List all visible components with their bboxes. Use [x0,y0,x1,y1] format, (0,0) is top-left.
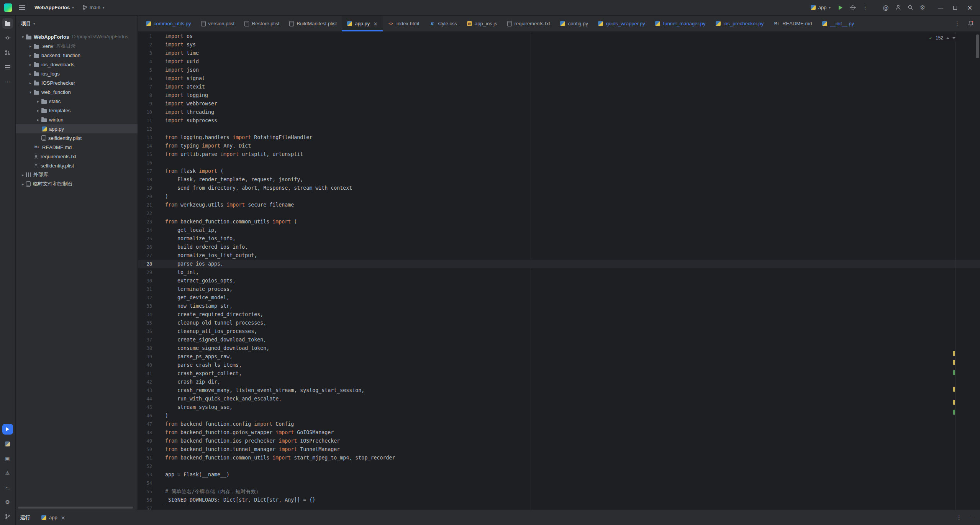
project-panel-hscrollbar[interactable] [18,507,133,509]
code-line-51[interactable]: 51from backend_function.common_utils imp… [138,454,980,462]
code-line-53[interactable]: 53app = Flask(__name__) [138,471,980,479]
code-line-30[interactable]: 30 extract_goios_opts, [138,277,980,285]
code-line-41[interactable]: 41 crash_export_collect, [138,369,980,378]
code-line-47[interactable]: 47from backend_function.config import Co… [138,420,980,428]
tree-item-IOSPrechecker[interactable]: ▸IOSPrechecker [16,78,138,87]
code-line-12[interactable]: 12 [138,125,980,133]
code-line-29[interactable]: 29 to_int, [138,268,980,277]
tool-python-packages-button[interactable]: ▣ [2,453,13,464]
code-line-3[interactable]: 3import time [138,49,980,57]
code-line-22[interactable]: 22 [138,209,980,218]
code-line-4[interactable]: 4import uuid [138,57,980,66]
settings-button[interactable]: ⚙ [917,2,928,13]
previous-problem-icon[interactable] [946,37,949,39]
tree-item-web_function[interactable]: ▾web_function [16,87,138,97]
code-line-17[interactable]: 17from flask import ( [138,167,980,176]
code-line-36[interactable]: 36 cleanup_all_ios_processes, [138,327,980,336]
code-with-me-button[interactable] [893,2,903,13]
code-line-32[interactable]: 32 get_device_model, [138,294,980,302]
code-line-8[interactable]: 8import logging [138,91,980,100]
code-line-25[interactable]: 25 normalize_ios_info, [138,235,980,243]
maximize-button[interactable] [949,2,962,13]
notifications-bell-icon[interactable] [968,20,974,27]
tree-item-requirements.txt[interactable]: requirements.txt [16,152,138,161]
code-line-50[interactable]: 50from backend_function.tunnel_manager i… [138,445,980,454]
chevron-expanded-icon[interactable]: ▾ [20,35,26,39]
tab-app.py[interactable]: app.py× [342,16,383,31]
run-config-widget[interactable]: app ▾ [808,2,834,13]
tool-pull-requests-button[interactable] [2,47,13,58]
search-everywhere-button[interactable] [905,2,916,13]
chevron-collapsed-icon[interactable]: ▸ [35,118,41,122]
tool-python-console-button[interactable] [2,438,13,449]
tool-problems-button[interactable]: ⚠ [2,468,13,478]
tab-BuildManifest.plist[interactable]: BuildManifest.plist [284,16,342,31]
tree-item-WebAppForIos[interactable]: ▾WebAppForIosD:\projects\WebAppForIos [16,32,138,41]
chevron-collapsed-icon[interactable]: ▸ [35,99,41,103]
code-line-16[interactable]: 16 [138,159,980,167]
tab-goios_wrapper.py[interactable]: goios_wrapper.py [593,16,650,31]
tool-terminal-button[interactable]: >_ [2,482,13,493]
tree-item-selfidentity.plist[interactable]: selfidentity.plist [16,133,138,143]
code-line-21[interactable]: 21from werkzeug.utils import secure_file… [138,201,980,209]
tab-index.html[interactable]: index.html [383,16,424,31]
close-tab-icon[interactable]: × [61,515,66,521]
tab-tunnel_manager.py[interactable]: tunnel_manager.py [650,16,711,31]
chevron-collapsed-icon[interactable]: ▸ [35,108,41,113]
code-line-13[interactable]: 13from logging.handlers import RotatingF… [138,133,980,142]
tree-item-app.py[interactable]: app.py [16,124,138,133]
code-line-49[interactable]: 49from backend_function.ios_prechecker i… [138,437,980,445]
code-line-34[interactable]: 34 create_required_directories, [138,310,980,319]
debug-button[interactable] [847,2,858,13]
tree-item-backend_function[interactable]: ▸backend_function [16,51,138,60]
tab-close-icon[interactable]: × [373,21,378,27]
code-line-42[interactable]: 42 crash_zip_dir, [138,378,980,386]
code-line-10[interactable]: 10import threading [138,108,980,116]
chevron-collapsed-icon[interactable]: ▸ [20,182,26,186]
tab-__init__.py[interactable]: __init__.py [817,16,859,31]
tab-Restore.plist[interactable]: Restore.plist [239,16,284,31]
tab-requirements.txt[interactable]: requirements.txt [502,16,555,31]
code-line-31[interactable]: 31 terminate_process, [138,285,980,294]
code-line-45[interactable]: 45 stream_syslog_sse, [138,403,980,412]
code-line-19[interactable]: 19 send_from_directory, abort, Response,… [138,184,980,192]
close-button[interactable]: × [963,2,976,13]
code-line-48[interactable]: 48from backend_function.goios_wrapper im… [138,428,980,437]
code-line-57[interactable]: 57 [138,504,980,510]
chevron-expanded-icon[interactable]: ▾ [27,90,34,94]
code-line-35[interactable]: 35 cleanup_old_tunnel_processes, [138,319,980,327]
main-menu-button[interactable] [17,2,28,13]
chevron-collapsed-icon[interactable]: ▸ [27,72,34,76]
tab-list-kebab-icon[interactable]: ⋮ [954,20,960,27]
code-line-39[interactable]: 39 parse_ps_apps_raw, [138,353,980,361]
tab-README.md[interactable]: README.md [769,16,817,31]
code-line-23[interactable]: 23from backend_function.common_utils imp… [138,218,980,226]
code-line-54[interactable]: 54 [138,479,980,487]
code-line-46[interactable]: 46) [138,412,980,420]
tool-commit-button[interactable] [2,33,13,43]
run-tab-app[interactable]: app × [37,512,69,523]
chevron-collapsed-icon[interactable]: ▸ [27,62,34,67]
tool-version-control-button[interactable] [2,511,13,522]
tree-item-README.md[interactable]: README.md [16,143,138,152]
project-panel-header[interactable]: 项目 ▾ [16,16,138,31]
tree-item-临时文件和控制台[interactable]: ▸临时文件和控制台 [16,179,138,189]
tree-item-templates[interactable]: ▸templates [16,106,138,115]
code-line-33[interactable]: 33 now_timestamp_str, [138,302,980,310]
code-line-43[interactable]: 43 crash_remove_many, listen_event_strea… [138,386,980,395]
inspections-widget[interactable]: ✓ 152 [926,34,959,42]
tree-item-selfidentity.plist[interactable]: selfidentity.plist [16,161,138,170]
code-line-14[interactable]: 14from typing import Any, Dict [138,142,980,150]
minimize-button[interactable]: — [934,2,947,13]
chevron-collapsed-icon[interactable]: ▸ [27,81,34,85]
code-line-44[interactable]: 44 run_with_quick_check_and_escalate, [138,395,980,403]
chevron-collapsed-icon[interactable]: ▸ [27,53,34,57]
tool-services-button[interactable]: ⚙ [2,497,13,507]
tab-common_utils.py[interactable]: common_utils.py [141,16,196,31]
next-problem-icon[interactable] [952,37,955,39]
code-line-37[interactable]: 37 create_signed_download_token, [138,336,980,344]
code-line-6[interactable]: 6import signal [138,74,980,83]
code-line-24[interactable]: 24 get_local_ip, [138,226,980,235]
code-line-11[interactable]: 11import subprocess [138,116,980,125]
tree-item-ios_downloads[interactable]: ▸ios_downloads [16,60,138,69]
